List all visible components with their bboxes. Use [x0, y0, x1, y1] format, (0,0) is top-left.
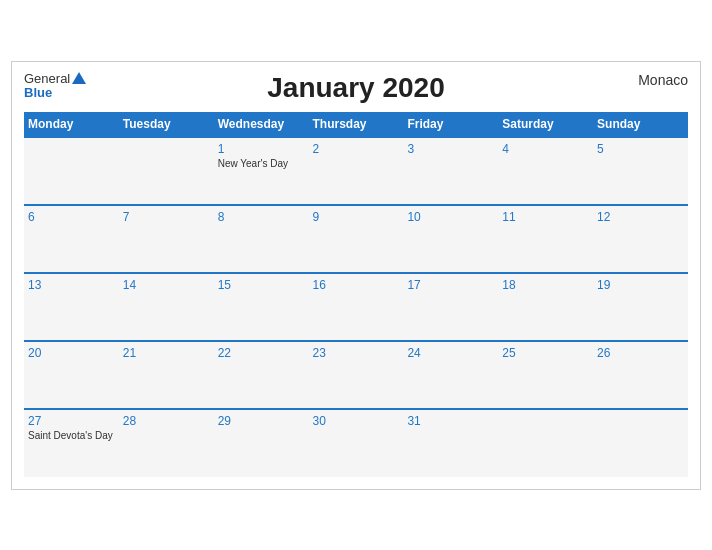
day-number: 30: [313, 414, 400, 428]
country-label: Monaco: [638, 72, 688, 88]
day-number: 13: [28, 278, 115, 292]
calendar-cell: 9: [309, 205, 404, 273]
calendar-cell: 17: [403, 273, 498, 341]
day-number: 22: [218, 346, 305, 360]
calendar-cell: [593, 409, 688, 477]
brand-logo-row: General: [24, 72, 86, 86]
weekday-header-wednesday: Wednesday: [214, 112, 309, 137]
calendar-cell: 2: [309, 137, 404, 205]
day-number: 31: [407, 414, 494, 428]
day-number: 12: [597, 210, 684, 224]
calendar-cell: 23: [309, 341, 404, 409]
weekday-header-row: MondayTuesdayWednesdayThursdayFridaySatu…: [24, 112, 688, 137]
calendar-table: MondayTuesdayWednesdayThursdayFridaySatu…: [24, 112, 688, 477]
weekday-header-thursday: Thursday: [309, 112, 404, 137]
weekday-header-saturday: Saturday: [498, 112, 593, 137]
calendar-cell: 19: [593, 273, 688, 341]
day-number: 14: [123, 278, 210, 292]
week-row-2: 6789101112: [24, 205, 688, 273]
calendar-cell: 25: [498, 341, 593, 409]
day-number: 23: [313, 346, 400, 360]
day-number: 18: [502, 278, 589, 292]
calendar: General Blue January 2020 Monaco MondayT…: [11, 61, 701, 490]
weekday-header-tuesday: Tuesday: [119, 112, 214, 137]
calendar-cell: 28: [119, 409, 214, 477]
calendar-cell: 15: [214, 273, 309, 341]
calendar-cell: 12: [593, 205, 688, 273]
calendar-cell: [498, 409, 593, 477]
calendar-cell: 16: [309, 273, 404, 341]
day-number: 27: [28, 414, 115, 428]
day-number: 4: [502, 142, 589, 156]
calendar-cell: 20: [24, 341, 119, 409]
calendar-header: General Blue January 2020 Monaco: [24, 72, 688, 104]
calendar-cell: 29: [214, 409, 309, 477]
calendar-cell: 5: [593, 137, 688, 205]
day-number: 17: [407, 278, 494, 292]
calendar-body: 1New Year's Day2345678910111213141516171…: [24, 137, 688, 477]
calendar-cell: 18: [498, 273, 593, 341]
brand-general-text: General: [24, 72, 70, 86]
day-number: 3: [407, 142, 494, 156]
day-number: 19: [597, 278, 684, 292]
calendar-cell: 13: [24, 273, 119, 341]
calendar-title: January 2020: [24, 72, 688, 104]
weekday-header-monday: Monday: [24, 112, 119, 137]
calendar-cell: 26: [593, 341, 688, 409]
calendar-cell: 1New Year's Day: [214, 137, 309, 205]
weekday-header-sunday: Sunday: [593, 112, 688, 137]
calendar-cell: 21: [119, 341, 214, 409]
day-number: 20: [28, 346, 115, 360]
calendar-cell: 4: [498, 137, 593, 205]
day-event: New Year's Day: [218, 158, 305, 169]
calendar-cell: 30: [309, 409, 404, 477]
brand-blue-text: Blue: [24, 86, 52, 100]
day-number: 24: [407, 346, 494, 360]
calendar-cell: 8: [214, 205, 309, 273]
week-row-5: 27Saint Devota's Day28293031: [24, 409, 688, 477]
day-number: 5: [597, 142, 684, 156]
calendar-cell: 31: [403, 409, 498, 477]
day-number: 28: [123, 414, 210, 428]
day-number: 25: [502, 346, 589, 360]
calendar-cell: [119, 137, 214, 205]
day-number: 1: [218, 142, 305, 156]
brand-triangle-icon: [72, 72, 86, 84]
calendar-cell: 22: [214, 341, 309, 409]
day-number: 7: [123, 210, 210, 224]
day-number: 26: [597, 346, 684, 360]
calendar-cell: 6: [24, 205, 119, 273]
day-number: 2: [313, 142, 400, 156]
day-number: 15: [218, 278, 305, 292]
week-row-1: 1New Year's Day2345: [24, 137, 688, 205]
calendar-cell: 11: [498, 205, 593, 273]
calendar-cell: [24, 137, 119, 205]
calendar-cell: 10: [403, 205, 498, 273]
calendar-cell: 24: [403, 341, 498, 409]
brand-logo: General Blue: [24, 72, 86, 101]
day-number: 11: [502, 210, 589, 224]
day-number: 29: [218, 414, 305, 428]
day-number: 10: [407, 210, 494, 224]
week-row-3: 13141516171819: [24, 273, 688, 341]
calendar-cell: 3: [403, 137, 498, 205]
calendar-cell: 27Saint Devota's Day: [24, 409, 119, 477]
day-number: 9: [313, 210, 400, 224]
day-number: 6: [28, 210, 115, 224]
day-event: Saint Devota's Day: [28, 430, 115, 441]
day-number: 16: [313, 278, 400, 292]
weekday-header-friday: Friday: [403, 112, 498, 137]
calendar-cell: 7: [119, 205, 214, 273]
day-number: 21: [123, 346, 210, 360]
day-number: 8: [218, 210, 305, 224]
week-row-4: 20212223242526: [24, 341, 688, 409]
calendar-cell: 14: [119, 273, 214, 341]
